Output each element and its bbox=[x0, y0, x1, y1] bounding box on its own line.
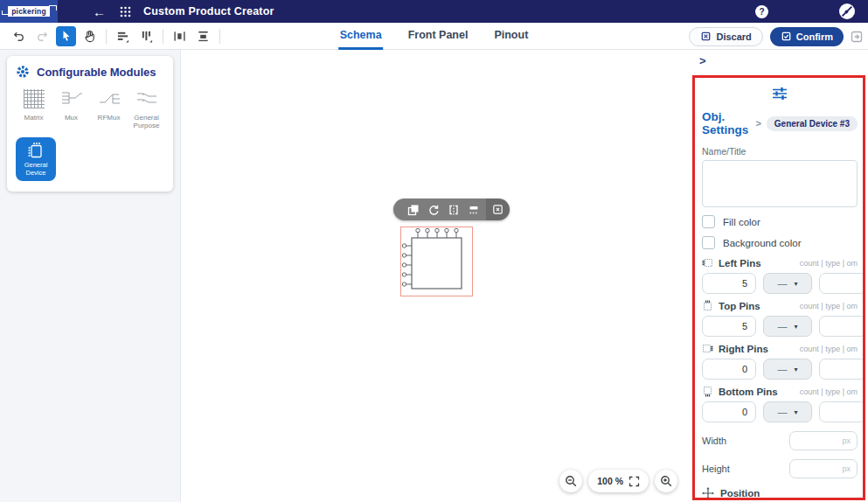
pan-hand-tool-button[interactable] bbox=[80, 26, 100, 46]
flip-vertical-icon[interactable] bbox=[463, 199, 483, 220]
tab-front-panel[interactable]: Front Panel bbox=[406, 23, 470, 50]
chevron-down-icon: ▾ bbox=[794, 280, 797, 288]
mux-icon bbox=[60, 87, 83, 110]
module-item-mux[interactable]: Mux bbox=[53, 87, 89, 129]
bottom-pins-extra-input[interactable] bbox=[819, 401, 865, 422]
pin-group-label: Right Pins bbox=[719, 344, 768, 354]
general-purpose-icon bbox=[135, 87, 158, 110]
module-label: Matrix bbox=[24, 114, 44, 122]
align-vertical-menu-button[interactable] bbox=[136, 26, 156, 46]
module-item-general-device-selected[interactable]: General Device bbox=[16, 137, 56, 181]
toolbar-separator bbox=[106, 29, 107, 44]
module-item-matrix[interactable]: Matrix bbox=[16, 87, 52, 129]
height-input[interactable]: px bbox=[789, 459, 858, 478]
fit-to-screen-icon[interactable] bbox=[628, 476, 640, 487]
select-tool-button[interactable] bbox=[56, 26, 76, 46]
general-device-icon bbox=[26, 142, 45, 159]
top-pins-type-select[interactable]: — ▾ bbox=[763, 316, 812, 337]
position-section-header: Position bbox=[702, 487, 858, 499]
move-icon bbox=[702, 487, 714, 499]
pin-group-label: Left Pins bbox=[719, 258, 761, 268]
rotate-icon[interactable] bbox=[423, 199, 443, 220]
left-pins-group: Left Pins count | type | om — ▾ bbox=[702, 257, 858, 294]
pin-group-label: Bottom Pins bbox=[719, 387, 778, 397]
right-pins-extra-input[interactable] bbox=[819, 359, 865, 380]
module-label: RFMux bbox=[98, 114, 121, 122]
tab-pinout[interactable]: Pinout bbox=[492, 23, 530, 50]
apps-grid-icon[interactable] bbox=[120, 6, 131, 17]
zoom-out-button[interactable] bbox=[559, 470, 582, 492]
right-pins-group: Right Pins count | type | om — ▾ bbox=[702, 343, 858, 380]
toolbar-actions: Discard Confirm bbox=[689, 23, 863, 50]
right-pins-count-input[interactable] bbox=[702, 359, 756, 380]
toolbar-separator bbox=[219, 29, 220, 44]
undo-button[interactable] bbox=[9, 26, 29, 46]
tab-schema[interactable]: Schema bbox=[338, 23, 384, 50]
help-icon[interactable]: ? bbox=[755, 5, 768, 18]
background-color-checkbox-row[interactable]: Background color bbox=[702, 236, 858, 249]
selected-type: — bbox=[777, 364, 787, 374]
right-pins-icon bbox=[702, 343, 713, 354]
bottom-pins-count-input[interactable] bbox=[702, 401, 756, 422]
discard-icon bbox=[700, 31, 712, 42]
confirm-icon bbox=[781, 31, 792, 42]
disabled-edit-icon[interactable] bbox=[838, 3, 856, 20]
edit-toolbar: Schema Front Panel Pinout Discard Confir… bbox=[0, 23, 868, 50]
settings-panel: > Obj. Settings > General Device #3 Name… bbox=[691, 50, 868, 502]
name-title-label: Name/Title bbox=[702, 146, 858, 157]
collapse-panel-icon[interactable]: > bbox=[699, 54, 706, 67]
chevron-down-icon: ▾ bbox=[794, 408, 797, 416]
confirm-button[interactable]: Confirm bbox=[770, 27, 844, 46]
redo-button[interactable] bbox=[32, 26, 52, 46]
left-pins-type-select[interactable]: — ▾ bbox=[763, 273, 812, 294]
logo-trace-decoration bbox=[2, 10, 10, 15]
module-item-general-purpose[interactable]: General Purpose bbox=[128, 87, 164, 129]
left-pins-count-input[interactable] bbox=[702, 273, 756, 294]
background-color-checkbox[interactable] bbox=[702, 236, 715, 249]
module-item-rfmux[interactable]: RFMux bbox=[91, 87, 127, 129]
configurable-modules-card: Configurable Modules Matrix Mux bbox=[7, 56, 173, 192]
logo-text: pickering bbox=[8, 6, 50, 17]
distribute-vertical-button[interactable] bbox=[193, 26, 213, 46]
pin-group-label: Top Pins bbox=[719, 301, 760, 311]
top-pins-count-input[interactable] bbox=[702, 316, 756, 337]
align-horizontal-menu-button[interactable] bbox=[113, 26, 133, 46]
canvas-zoom-controls: 100 % bbox=[559, 470, 677, 492]
confirm-label: Confirm bbox=[796, 31, 833, 42]
module-label: Mux bbox=[65, 114, 78, 122]
general-device-schematic bbox=[401, 227, 471, 295]
zoom-level-value: 100 % bbox=[597, 476, 623, 486]
right-pins-type-select[interactable]: — ▾ bbox=[763, 359, 812, 380]
selected-device-object[interactable] bbox=[400, 227, 473, 296]
duplicate-icon[interactable] bbox=[403, 199, 423, 220]
distribute-horizontal-button[interactable] bbox=[170, 26, 190, 46]
name-title-input[interactable] bbox=[702, 160, 858, 207]
discard-button[interactable]: Discard bbox=[689, 27, 762, 46]
matrix-icon bbox=[24, 87, 45, 110]
delete-icon[interactable] bbox=[486, 199, 510, 220]
top-pins-group: Top Pins count | type | om — ▾ bbox=[702, 300, 858, 337]
selected-type: — bbox=[777, 407, 787, 417]
height-row: Height px bbox=[702, 459, 858, 478]
bottom-pins-type-select[interactable]: — ▾ bbox=[763, 401, 812, 422]
chevron-down-icon: ▾ bbox=[794, 366, 797, 373]
flip-horizontal-icon[interactable] bbox=[443, 199, 463, 220]
top-pins-extra-input[interactable] bbox=[819, 316, 865, 337]
width-input[interactable]: px bbox=[789, 431, 858, 450]
app-header: pickering ← Custom Product Creator ? bbox=[0, 0, 868, 23]
pin-group-hint: count | type | om bbox=[800, 302, 858, 310]
expand-panel-icon[interactable] bbox=[851, 31, 863, 43]
zoom-in-button[interactable] bbox=[655, 470, 677, 492]
top-pins-icon bbox=[702, 300, 713, 311]
back-arrow-icon[interactable]: ← bbox=[93, 5, 106, 18]
schema-canvas[interactable]: 100 % bbox=[181, 50, 691, 502]
fill-color-checkbox-row[interactable]: Fill color bbox=[702, 215, 858, 228]
fill-color-checkbox[interactable] bbox=[702, 215, 715, 228]
breadcrumb-chevron-icon: > bbox=[755, 118, 760, 129]
left-pins-extra-input[interactable] bbox=[819, 273, 865, 294]
breadcrumb-root[interactable]: Obj. Settings bbox=[702, 110, 750, 136]
module-palette: Matrix Mux bbox=[16, 87, 164, 129]
width-row: Width px bbox=[702, 431, 858, 450]
zoom-level-indicator: 100 % bbox=[588, 470, 649, 492]
width-label: Width bbox=[702, 436, 726, 446]
